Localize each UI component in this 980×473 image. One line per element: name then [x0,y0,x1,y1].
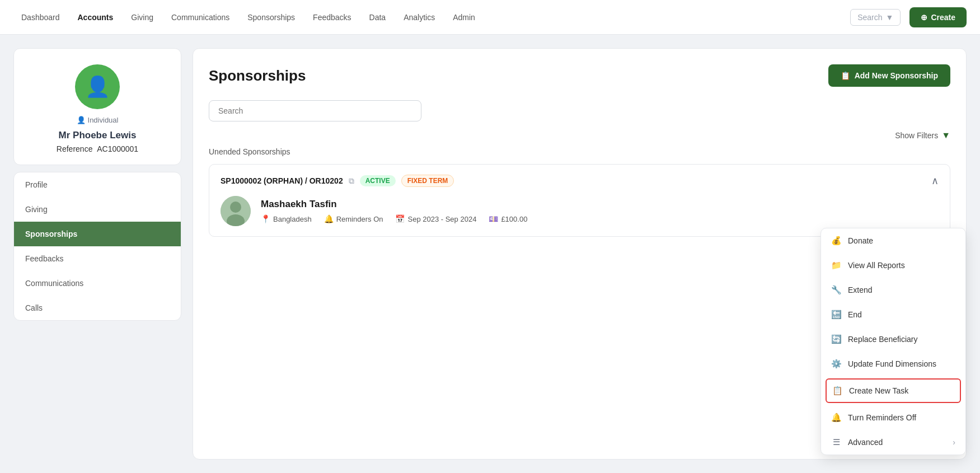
nav-sponsorships[interactable]: Sponsorships [240,8,303,26]
location-icon: 📍 [261,214,270,223]
sidebar-item-profile[interactable]: Profile [14,172,181,197]
calendar-icon: 📅 [395,214,405,223]
dropdown-update-fund-dimensions[interactable]: ⚙️ Update Fund Dimensions [821,352,965,376]
sidebar-nav: Profile Giving Sponsorships Feedbacks Co… [13,172,181,321]
nav-analytics[interactable]: Analytics [396,8,443,26]
beneficiary-avatar [221,196,251,226]
copy-icon[interactable]: ⧉ [349,176,354,186]
person-icon: 👤 [77,116,86,124]
sidebar-item-calls[interactable]: Calls [14,296,181,320]
dropdown-turn-reminders-off[interactable]: 🔔 Turn Reminders Off [821,405,965,430]
settings-icon: ⚙️ [831,359,841,369]
create-button[interactable]: ⊕ Create [909,7,967,27]
task-icon: 📋 [832,386,842,396]
sidebar-item-sponsorships[interactable]: Sponsorships [14,222,181,246]
content-header: Sponsorships 📋 Add New Sponsorship [209,64,950,87]
search-input[interactable] [209,100,421,121]
nav-giving[interactable]: Giving [123,8,161,26]
dropdown-end[interactable]: 🔚 End [821,302,965,327]
chevron-up-icon[interactable]: ∧ [931,175,939,187]
card-header-left: SP1000002 (ORPHAN) / OR10202 ⧉ ACTIVE FI… [221,175,454,187]
main-content: Sponsorships 📋 Add New Sponsorship Show … [193,48,967,460]
sidebar: 👤 👤 Individual Mr Phoebe Lewis Reference… [13,48,181,460]
nav-communications[interactable]: Communications [163,8,237,26]
show-filters-label: Show Filters [895,131,938,140]
date-range-meta: 📅 Sep 2023 - Sep 2024 [395,214,476,223]
nav-admin[interactable]: Admin [445,8,483,26]
profile-name: Mr Phoebe Lewis [59,130,137,141]
chevron-down-icon: ▼ [886,13,894,22]
search-text: Search [857,13,882,22]
dropdown-replace-beneficiary[interactable]: 🔄 Replace Beneficiary [821,327,965,352]
search-wrap [209,100,950,121]
chevron-right-icon: › [953,438,955,447]
plus-icon: ⊕ [921,13,927,22]
add-sponsorship-button[interactable]: 📋 Add New Sponsorship [828,64,950,87]
context-dropdown: 💰 Donate 📁 View All Reports 🔧 Extend 🔚 E… [820,228,966,455]
reports-icon: 📁 [831,260,841,270]
card-body: Mashaekh Tasfin 📍 Bangladesh 🔔 Reminders… [221,196,939,226]
global-search[interactable]: Search ▼ [850,9,901,26]
dropdown-create-new-task[interactable]: 📋 Create New Task [826,378,961,403]
reminders-meta: 🔔 Reminders On [324,214,383,223]
dropdown-view-all-reports[interactable]: 📁 View All Reports [821,253,965,278]
reminder-icon: 🔔 [324,214,334,223]
nav-data[interactable]: Data [362,8,394,26]
country-meta: 📍 Bangladesh [261,214,312,223]
filter-row: Show Filters ▼ [209,130,950,141]
profile-reference: Reference AC1000001 [57,144,138,153]
dropdown-extend[interactable]: 🔧 Extend [821,278,965,302]
sidebar-item-communications[interactable]: Communications [14,271,181,296]
extend-icon: 🔧 [831,285,841,295]
user-icon: 👤 [85,75,110,99]
nav-accounts[interactable]: Accounts [70,8,121,26]
sidebar-item-giving[interactable]: Giving [14,197,181,222]
sponsorship-card: SP1000002 (ORPHAN) / OR10202 ⧉ ACTIVE FI… [209,164,950,237]
hamburger-icon: ☰ [831,437,841,447]
svg-point-1 [230,202,241,213]
section-label: Unended Sponsorships [209,147,950,156]
status-type-badge: FIXED TERM [401,175,454,187]
nav-dashboard[interactable]: Dashboard [13,8,68,26]
dropdown-advanced[interactable]: ☰ Advanced › [821,430,965,455]
end-icon: 🔚 [831,310,841,320]
money-icon: 💷 [489,214,498,223]
beneficiary-name: Mashaekh Tasfin [261,199,939,210]
sponsorship-id: SP1000002 (ORPHAN) / OR10202 [221,176,343,185]
filter-icon[interactable]: ▼ [941,130,950,141]
sidebar-item-feedbacks[interactable]: Feedbacks [14,246,181,271]
beneficiary-meta: 📍 Bangladesh 🔔 Reminders On 📅 Sep 2023 -… [261,214,939,223]
main-layout: 👤 👤 Individual Mr Phoebe Lewis Reference… [0,35,980,473]
beneficiary-info: Mashaekh Tasfin 📍 Bangladesh 🔔 Reminders… [261,199,939,223]
page-title: Sponsorships [209,67,306,85]
donate-icon: 💰 [831,236,841,246]
status-active-badge: ACTIVE [360,175,396,186]
individual-badge: 👤 Individual [77,116,119,124]
dropdown-donate[interactable]: 💰 Donate [821,228,965,253]
amount-meta: 💷 £100.00 [489,214,527,223]
avatar: 👤 [75,64,120,109]
top-nav: Dashboard Accounts Giving Communications… [0,0,980,35]
bell-icon: 🔔 [831,413,841,423]
list-icon: 📋 [841,71,850,80]
card-header: SP1000002 (ORPHAN) / OR10202 ⧉ ACTIVE FI… [221,175,939,187]
profile-card: 👤 👤 Individual Mr Phoebe Lewis Reference… [13,48,181,165]
replace-icon: 🔄 [831,334,841,344]
nav-feedbacks[interactable]: Feedbacks [305,8,359,26]
